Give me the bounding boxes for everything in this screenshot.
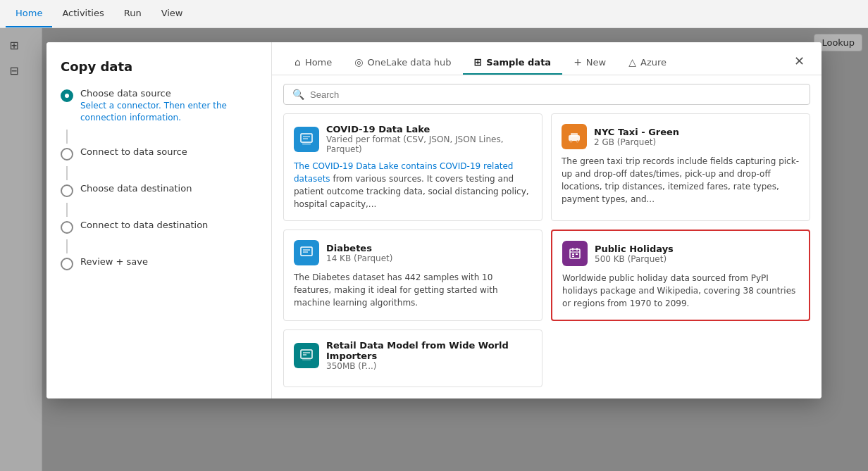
menu-item-home[interactable]: Home — [6, 0, 52, 27]
card-covid[interactable]: COVID-19 Data Lake Varied per format (CS… — [283, 113, 542, 221]
card-diabetes-title: Diabetes — [326, 243, 392, 253]
tab-bar: ⌂ Home ◎ OneLake data hub ⊞ Sample data — [272, 42, 822, 75]
tab-new-label: New — [586, 57, 606, 68]
card-retail-header: Retail Data Model from Wide World Import… — [294, 340, 532, 371]
azure-icon: △ — [628, 56, 636, 68]
tab-onelake[interactable]: ◎ OneLake data hub — [343, 51, 462, 75]
card-nyc-title: NYC Taxi - Green — [594, 127, 679, 137]
svg-point-7 — [576, 140, 578, 142]
svg-rect-18 — [301, 350, 312, 358]
card-covid-desc: The COVID-19 Data Lake contains COVID-19… — [294, 160, 532, 211]
home-icon: ⌂ — [294, 56, 301, 68]
svg-rect-5 — [571, 133, 578, 137]
svg-rect-15 — [572, 253, 574, 255]
main-area: ⊞ ⊟ Lookup Copy data Choose data source — [0, 28, 868, 471]
card-covid-icon — [294, 127, 319, 152]
card-nyc-header: NYC Taxi - Green 2 GB (Parquet) — [562, 124, 800, 149]
connector-3 — [66, 203, 68, 217]
sample-data-icon: ⊞ — [474, 56, 483, 68]
svg-point-6 — [570, 140, 572, 142]
card-retail-title: Retail Data Model from Wide World Import… — [326, 340, 532, 361]
tab-home[interactable]: ⌂ Home — [283, 51, 343, 75]
card-covid-title: COVID-19 Data Lake — [326, 124, 532, 134]
card-retail[interactable]: Retail Data Model from Wide World Import… — [283, 329, 542, 387]
step-1-label: Choose data source — [80, 88, 227, 99]
step-5-circle — [61, 258, 73, 270]
card-holidays-size: 500 KB (Parquet) — [595, 254, 674, 264]
search-icon: 🔍 — [292, 89, 304, 100]
tab-sample-label: Sample data — [486, 57, 551, 68]
step-4: Connect to data destination — [61, 220, 257, 234]
connector-2 — [66, 166, 68, 180]
cards-grid: COVID-19 Data Lake Varied per format (CS… — [283, 113, 810, 387]
tab-azure[interactable]: △ Azure — [617, 51, 678, 75]
svg-rect-16 — [576, 253, 578, 255]
card-holidays-desc: Worldwide public holiday data sourced fr… — [562, 272, 799, 310]
panel-title: Copy data — [61, 59, 257, 74]
card-holidays-icon — [562, 241, 588, 266]
step-5-label: Review + save — [80, 256, 148, 267]
card-diabetes-header: Diabetes 14 KB (Parquet) — [294, 240, 532, 265]
card-holidays-info: Public Holidays 500 KB (Parquet) — [595, 244, 674, 264]
modal-body: Copy data Choose data source Select a co… — [46, 42, 822, 398]
step-3-label: Choose data destination — [80, 183, 192, 194]
connector-1 — [66, 130, 68, 144]
modal-close-button[interactable]: ✕ — [788, 51, 810, 72]
step-1: Choose data source Select a connector. T… — [61, 88, 257, 124]
modal-dialog: Copy data Choose data source Select a co… — [46, 42, 822, 398]
card-diabetes-icon — [294, 240, 319, 265]
card-covid-size: Varied per format (CSV, JSON, JSON Lines… — [326, 134, 532, 154]
step-3-circle — [61, 184, 73, 197]
menu-item-view[interactable]: View — [151, 0, 193, 27]
connector-4 — [66, 239, 68, 253]
new-icon: + — [574, 56, 582, 68]
cards-area: COVID-19 Data Lake Varied per format (CS… — [272, 113, 822, 398]
search-input[interactable] — [310, 89, 801, 100]
svg-rect-11 — [570, 249, 580, 258]
step-4-label: Connect to data destination — [80, 220, 208, 230]
card-covid-info: COVID-19 Data Lake Varied per format (CS… — [326, 124, 532, 154]
menu-item-run[interactable]: Run — [114, 0, 151, 27]
search-area: 🔍 — [272, 75, 822, 113]
card-nyc-info: NYC Taxi - Green 2 GB (Parquet) — [594, 127, 679, 147]
step-3: Choose data destination — [61, 183, 257, 197]
step-2: Connect to data source — [61, 146, 257, 161]
card-diabetes[interactable]: Diabetes 14 KB (Parquet) The Diabetes da… — [283, 230, 542, 321]
tab-home-label: Home — [305, 57, 332, 68]
search-input-wrap[interactable]: 🔍 — [283, 84, 810, 105]
right-panel: ⌂ Home ◎ OneLake data hub ⊞ Sample data — [272, 42, 822, 398]
tab-onelake-label: OneLake data hub — [368, 57, 452, 68]
step-2-circle — [61, 148, 73, 161]
card-holidays-title: Public Holidays — [595, 244, 674, 254]
card-diabetes-desc: The Diabetes dataset has 442 samples wit… — [294, 271, 532, 309]
card-diabetes-size: 14 KB (Parquet) — [326, 253, 392, 263]
card-nyc-size: 2 GB (Parquet) — [594, 137, 679, 147]
card-diabetes-info: Diabetes 14 KB (Parquet) — [326, 243, 392, 263]
card-holidays-header: Public Holidays 500 KB (Parquet) — [562, 241, 799, 266]
step-2-label: Connect to data source — [80, 146, 187, 157]
card-nyc-taxi[interactable]: NYC Taxi - Green 2 GB (Parquet) The gree… — [551, 113, 810, 221]
svg-rect-8 — [301, 247, 312, 256]
tab-sample-data[interactable]: ⊞ Sample data — [463, 51, 563, 75]
step-1-circle — [61, 89, 73, 102]
step-5: Review + save — [61, 256, 257, 270]
card-covid-header: COVID-19 Data Lake Varied per format (CS… — [294, 124, 532, 154]
card-public-holidays[interactable]: Public Holidays 500 KB (Parquet) Worldwi… — [551, 230, 810, 321]
svg-rect-17 — [572, 256, 574, 257]
card-nyc-desc: The green taxi trip records include fiel… — [562, 155, 800, 206]
tab-new[interactable]: + New — [562, 51, 617, 75]
card-retail-size: 350MB (P...) — [326, 361, 532, 371]
svg-rect-3 — [302, 142, 311, 145]
step-1-sub: Select a connector. Then enter theconnec… — [80, 100, 227, 124]
left-panel: Copy data Choose data source Select a co… — [46, 42, 272, 398]
top-menu-bar: Home Activities Run View — [0, 0, 868, 28]
svg-rect-21 — [302, 358, 311, 360]
card-retail-icon — [294, 343, 319, 368]
step-4-circle — [61, 221, 73, 234]
svg-rect-0 — [301, 134, 312, 142]
card-nyc-icon — [562, 124, 587, 149]
modal-overlay: Copy data Choose data source Select a co… — [0, 28, 868, 471]
tab-azure-label: Azure — [640, 57, 666, 68]
menu-item-activities[interactable]: Activities — [52, 0, 113, 27]
onelake-icon: ◎ — [354, 56, 363, 68]
